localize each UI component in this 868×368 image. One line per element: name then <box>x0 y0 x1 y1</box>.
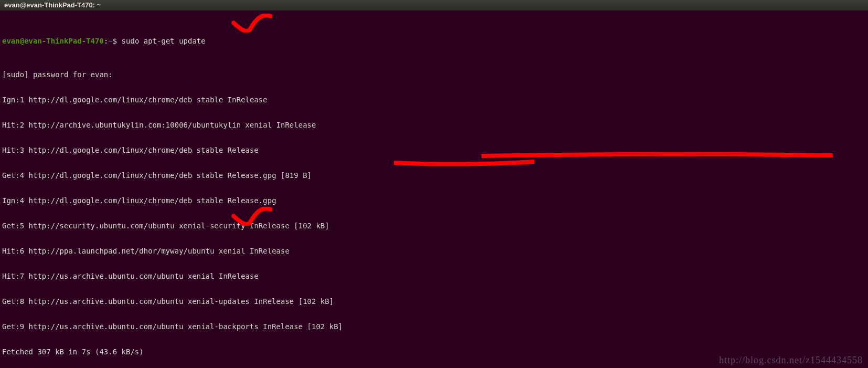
prompt-userhost: evan@evan-ThinkPad-T470 <box>2 37 104 45</box>
command-text: sudo apt-get update <box>117 37 206 45</box>
output-line: Get:8 http://us.archive.ubuntu.com/ubunt… <box>2 297 866 306</box>
prompt-dollar: $ <box>113 37 117 45</box>
window-titlebar: evan@evan-ThinkPad-T470: ~ <box>0 0 868 10</box>
prompt-path: ~ <box>108 37 112 45</box>
terminal-view[interactable]: evan@evan-ThinkPad-T470:~$ sudo apt-get … <box>0 10 868 368</box>
prompt-line: evan@evan-ThinkPad-T470:~$ sudo apt-get … <box>2 37 866 45</box>
output-line: Ign:4 http://dl.google.com/linux/chrome/… <box>2 196 866 205</box>
output-line: Get:9 http://us.archive.ubuntu.com/ubunt… <box>2 322 866 331</box>
window-title: evan@evan-ThinkPad-T470: ~ <box>4 1 101 9</box>
output-line: Hit:7 http://us.archive.ubuntu.com/ubunt… <box>2 272 866 280</box>
output-line: Hit:3 http://dl.google.com/linux/chrome/… <box>2 146 866 154</box>
output-line: Get:5 http://security.ubuntu.com/ubuntu … <box>2 222 866 230</box>
output-line: Hit:6 http://ppa.launchpad.net/dhor/mywa… <box>2 247 866 255</box>
output-line: Ign:1 http://dl.google.com/linux/chrome/… <box>2 96 866 104</box>
output-line: Hit:2 http://archive.ubuntukylin.com:100… <box>2 121 866 129</box>
watermark-text: http://blog.csdn.net/z1544434558 <box>719 355 863 366</box>
output-line: Get:4 http://dl.google.com/linux/chrome/… <box>2 171 866 180</box>
output-line: [sudo] password for evan: <box>2 70 866 79</box>
